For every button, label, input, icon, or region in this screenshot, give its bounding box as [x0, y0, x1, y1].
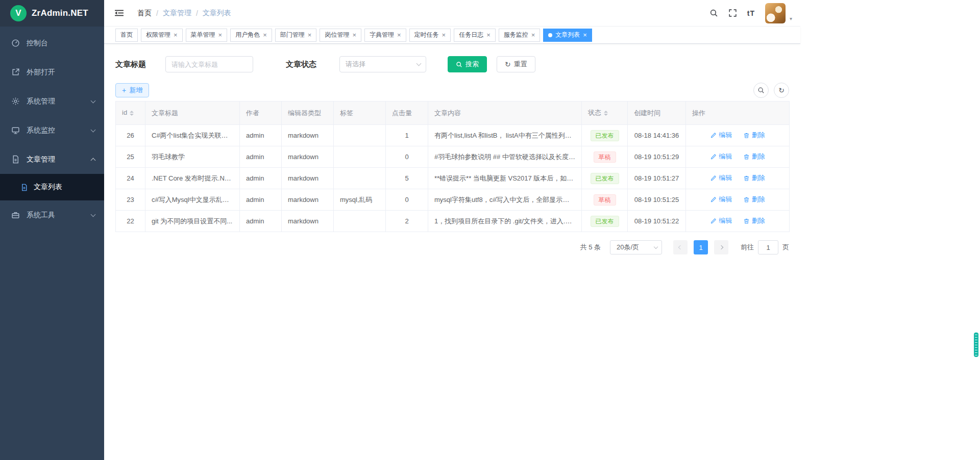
tab-task-log[interactable]: 任务日志× [454, 29, 496, 42]
sidebar-item-label: 系统工具 [27, 211, 91, 220]
close-icon[interactable]: × [531, 32, 535, 38]
table-row: 25 羽毛球教学 admin markdown 0 #羽毛球拍参数说明 ## 中… [116, 146, 790, 168]
cell-created: 08-18 14:41:36 [628, 125, 686, 146]
tab-label: 岗位管理 [325, 31, 349, 39]
cell-status: 草稿 [582, 146, 628, 168]
select-placeholder: 请选择 [346, 60, 365, 69]
toggle-search-button[interactable] [753, 83, 769, 98]
close-icon[interactable]: × [583, 32, 587, 38]
tab-permission[interactable]: 权限管理× [141, 29, 183, 42]
side-widget-scrollbar[interactable] [974, 333, 978, 357]
delete-button[interactable]: 删除 [743, 216, 765, 225]
refresh-button[interactable]: ↻ [774, 83, 789, 98]
sidebar-item-article-management[interactable]: 文章管理 [0, 145, 104, 174]
sidebar-item-system-management[interactable]: 系统管理 [0, 87, 104, 116]
delete-button[interactable]: 删除 [743, 131, 765, 140]
logo-icon: V [10, 5, 27, 21]
article-title-input[interactable] [165, 56, 253, 72]
cell-created: 08-19 10:51:25 [628, 189, 686, 211]
plus-icon: + [122, 87, 126, 94]
sidebar-item-system-monitor[interactable]: 系统监控 [0, 116, 104, 145]
cell-actions: 编辑 删除 [686, 125, 790, 146]
sidebar-item-system-tools[interactable]: 系统工具 [0, 200, 104, 229]
edit-button[interactable]: 编辑 [710, 173, 732, 183]
delete-button[interactable]: 删除 [743, 173, 765, 183]
add-button-label: 新增 [129, 86, 142, 95]
column-header-id[interactable]: id [116, 101, 145, 125]
chevron-down-icon [91, 98, 96, 103]
sidebar-item-article-list[interactable]: 文章列表 [0, 174, 104, 200]
pagination-total: 共 5 条 [580, 243, 601, 252]
prev-page-button[interactable] [673, 240, 688, 254]
edit-button[interactable]: 编辑 [710, 216, 732, 225]
breadcrumb-home[interactable]: 首页 [137, 9, 152, 18]
cell-actions: 编辑 删除 [686, 146, 790, 168]
cell-status: 草稿 [582, 189, 628, 211]
caret-down-icon[interactable]: ▾ [790, 16, 792, 21]
right-toolbar: ↻ [753, 83, 789, 98]
status-badge: 已发布 [591, 173, 619, 184]
tab-article-list[interactable]: 文章列表× [543, 29, 592, 42]
add-button[interactable]: + 新增 [115, 83, 149, 97]
cell-editor: markdown [282, 211, 334, 232]
edit-button[interactable]: 编辑 [710, 131, 732, 140]
edit-button[interactable]: 编辑 [710, 195, 732, 204]
tab-user-role[interactable]: 用户角色× [230, 29, 272, 42]
app-title: ZrAdmin.NET [32, 8, 88, 18]
cell-hits: 1 [386, 125, 428, 146]
tab-scheduled-task[interactable]: 定时任务× [409, 29, 451, 42]
cell-editor: markdown [282, 168, 334, 189]
close-icon[interactable]: × [263, 32, 267, 38]
page-size-select[interactable]: 20条/页 [610, 240, 662, 254]
delete-button[interactable]: 删除 [743, 152, 765, 161]
tab-department[interactable]: 部门管理× [275, 29, 317, 42]
refresh-icon: ↻ [505, 61, 511, 68]
logo-letter: V [15, 8, 21, 18]
cell-tag [334, 146, 386, 168]
tab-label: 字典管理 [370, 31, 394, 39]
page-number-current[interactable]: 1 [694, 240, 708, 254]
sidebar-collapse-icon[interactable] [114, 9, 124, 17]
tab-service-monitor[interactable]: 服务监控× [499, 29, 541, 42]
close-icon[interactable]: × [174, 32, 178, 38]
fullscreen-icon[interactable] [728, 9, 737, 17]
tab-home[interactable]: 首页 [115, 29, 138, 42]
breadcrumb-article-list: 文章列表 [203, 9, 231, 18]
search-icon [757, 87, 765, 94]
tab-label: 用户角色 [235, 31, 260, 39]
cell-author: admin [240, 125, 282, 146]
chevron-down-icon [91, 212, 96, 217]
edit-button[interactable]: 编辑 [710, 152, 732, 161]
tab-label: 服务监控 [504, 31, 528, 39]
tab-menu[interactable]: 菜单管理× [186, 29, 228, 42]
goto-page-input[interactable] [758, 240, 778, 254]
status-badge: 已发布 [591, 130, 619, 141]
close-icon[interactable]: × [218, 32, 223, 38]
close-icon[interactable]: × [308, 32, 312, 38]
tab-post[interactable]: 岗位管理× [320, 29, 361, 42]
user-avatar[interactable] [765, 3, 786, 23]
close-icon[interactable]: × [442, 32, 446, 38]
close-icon[interactable]: × [397, 32, 401, 38]
search-button[interactable]: 搜索 [448, 56, 487, 72]
article-title-label: 文章标题 [115, 60, 146, 69]
tab-label: 权限管理 [146, 31, 170, 39]
close-icon[interactable]: × [486, 32, 491, 38]
search-icon[interactable] [709, 9, 718, 17]
column-header-status[interactable]: 状态 [582, 101, 628, 125]
font-size-icon[interactable]: tT [747, 9, 755, 17]
article-status-select[interactable]: 请选择 [339, 56, 426, 72]
sidebar-item-external-open[interactable]: 外部打开 [0, 58, 104, 87]
chevron-up-icon [91, 158, 96, 163]
close-icon[interactable]: × [352, 32, 356, 38]
goto-label: 前往 [741, 243, 754, 252]
tags-view: 首页 权限管理× 菜单管理× 用户角色× 部门管理× 岗位管理× 字典管理× 定… [104, 27, 800, 44]
tab-dict[interactable]: 字典管理× [364, 29, 406, 42]
table-row: 26 C#两个list集合实现关联，... admin markdown 1 有… [116, 125, 790, 146]
next-page-button[interactable] [714, 240, 728, 254]
column-header-author: 作者 [240, 101, 282, 125]
toolbox-icon [11, 211, 20, 219]
sidebar-item-dashboard[interactable]: 控制台 [0, 29, 104, 58]
reset-button[interactable]: ↻ 重置 [497, 56, 535, 72]
delete-button[interactable]: 删除 [743, 195, 765, 204]
